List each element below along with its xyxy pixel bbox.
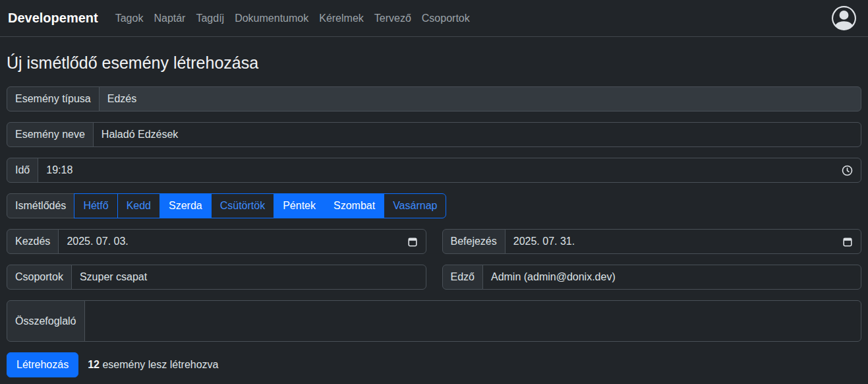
event-type-select[interactable]: Edzés	[99, 86, 861, 112]
time-value: 19:18	[46, 164, 72, 176]
event-name-group: Esemény neve	[7, 122, 861, 147]
nav-item-tervezo[interactable]: Tervező	[369, 7, 417, 30]
day-button-kedd[interactable]: Kedd	[117, 193, 160, 218]
start-date-group: Kezdés 2025. 07. 03.	[7, 229, 426, 254]
select-row: Csoportok Szuper csapat Edző Admin (admi…	[7, 265, 861, 290]
end-date-input[interactable]: 2025. 07. 31.	[505, 229, 861, 254]
end-date-label: Befejezés	[442, 229, 506, 254]
event-name-label: Esemény neve	[7, 122, 94, 147]
nav-item-dokumentumok[interactable]: Dokumentumok	[229, 7, 314, 30]
recurrence-label: Ismétlődés	[7, 193, 74, 218]
nav-item-csoportok[interactable]: Csoportok	[417, 7, 475, 30]
start-date-label: Kezdés	[7, 229, 59, 254]
summary-group: Összefoglaló	[7, 300, 861, 342]
result-label: esemény lesz létrehozva	[102, 359, 218, 370]
user-menu-button[interactable]	[828, 6, 860, 30]
brand[interactable]: Developement	[8, 11, 98, 26]
end-date-value: 2025. 07. 31.	[513, 236, 575, 247]
actions-row: Létrehozás 12 esemény lesz létrehozva	[7, 352, 861, 377]
date-row: Kezdés 2025. 07. 03. Befejezés 2025. 07.…	[7, 229, 861, 254]
day-button-vasarnap[interactable]: Vasárnap	[384, 193, 446, 218]
time-input[interactable]: 19:18	[38, 158, 861, 183]
day-button-pentek[interactable]: Péntek	[274, 193, 325, 218]
navbar: Developement Tagok Naptár Tagdíj Dokumen…	[0, 0, 868, 37]
event-type-value: Edzés	[107, 93, 136, 105]
coach-value: Admin (admin@donix.dev)	[491, 271, 616, 283]
nav-item-tagok[interactable]: Tagok	[110, 7, 149, 30]
groups-label: Csoportok	[7, 265, 72, 290]
person-circle-icon	[832, 6, 856, 30]
groups-select[interactable]: Szuper csapat	[71, 265, 426, 290]
summary-label: Összefoglaló	[7, 300, 85, 342]
day-button-csutortok[interactable]: Csütörtök	[211, 193, 274, 218]
groups-value: Szuper csapat	[80, 271, 147, 283]
clock-icon[interactable]	[842, 165, 853, 176]
coach-group: Edző Admin (admin@donix.dev)	[442, 265, 862, 290]
result-count: 12	[88, 359, 100, 370]
nav-item-naptar[interactable]: Naptár	[148, 7, 190, 30]
start-date-value: 2025. 07. 03.	[67, 236, 128, 247]
page-title: Új ismétlődő esemény létrehozása	[7, 53, 861, 73]
start-date-input[interactable]: 2025. 07. 03.	[58, 229, 426, 254]
day-button-szerda[interactable]: Szerda	[159, 193, 212, 218]
day-button-szombat[interactable]: Szombat	[324, 193, 384, 218]
time-group: Idő 19:18	[7, 158, 861, 183]
calendar-icon[interactable]	[407, 236, 418, 247]
create-button[interactable]: Létrehozás	[7, 352, 78, 377]
time-label: Idő	[7, 158, 38, 183]
calendar-icon[interactable]	[842, 236, 853, 247]
nav-item-kerelmek[interactable]: Kérelmek	[314, 7, 369, 30]
end-date-group: Befejezés 2025. 07. 31.	[442, 229, 862, 254]
main-content: Új ismétlődő esemény létrehozása Esemény…	[0, 53, 868, 377]
groups-group: Csoportok Szuper csapat	[7, 265, 426, 290]
nav-links: Tagok Naptár Tagdíj Dokumentumok Kérelme…	[110, 7, 475, 30]
day-button-hetfo[interactable]: Hétfő	[74, 193, 117, 218]
event-type-label: Esemény típusa	[7, 86, 100, 112]
result-count-text: 12 esemény lesz létrehozva	[88, 359, 218, 371]
coach-label: Edző	[442, 265, 483, 290]
recurrence-group: Ismétlődés Hétfő Kedd Szerda Csütörtök P…	[7, 193, 861, 218]
event-name-input[interactable]	[93, 122, 861, 147]
nav-item-tagdij[interactable]: Tagdíj	[190, 7, 229, 30]
coach-select[interactable]: Admin (admin@donix.dev)	[482, 265, 861, 290]
summary-textarea[interactable]	[84, 300, 862, 342]
event-type-group: Esemény típusa Edzés	[7, 86, 861, 112]
